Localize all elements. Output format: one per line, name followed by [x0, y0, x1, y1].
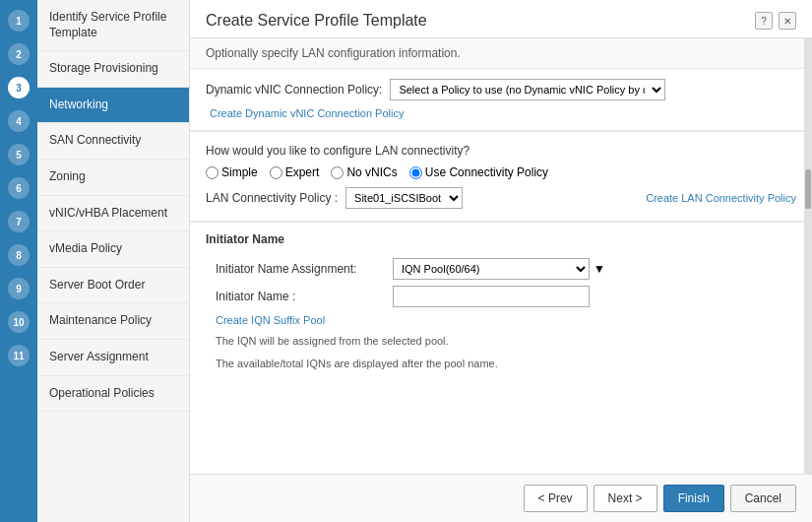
radio-connectivity[interactable]: Use Connectivity Policy — [409, 165, 548, 179]
sidebar-num-7[interactable]: 7 — [8, 211, 30, 232]
sidebar-num-9[interactable]: 9 — [8, 278, 30, 299]
init-name-label: Initiator Name : — [216, 290, 393, 303]
sidebar-num-6[interactable]: 6 — [8, 177, 30, 199]
radio-simple[interactable]: Simple — [206, 165, 258, 179]
left-nav: Identify Service Profile TemplateStorage… — [37, 0, 190, 522]
next-button[interactable]: Next > — [593, 485, 657, 512]
sidebar-num-5[interactable]: 5 — [8, 144, 30, 165]
nav-item-5[interactable]: vNIC/vHBA Placement — [37, 196, 189, 232]
lan-policy-row: LAN Connectivity Policy : Site01_iSCSIBo… — [206, 187, 796, 209]
lan-question: How would you like to configure LAN conn… — [206, 144, 796, 158]
radio-simple-input[interactable] — [206, 166, 219, 179]
sidebar-num-8[interactable]: 8 — [8, 244, 30, 266]
nav-item-4[interactable]: Zoning — [37, 160, 189, 196]
dialog-header: Create Service Profile Template ? ✕ — [190, 0, 812, 38]
sidebar: 1234567891011 — [0, 0, 37, 522]
lan-section: How would you like to configure LAN conn… — [190, 132, 812, 222]
lan-policy-left: LAN Connectivity Policy : Site01_iSCSIBo… — [206, 187, 463, 209]
sidebar-num-10[interactable]: 10 — [8, 311, 30, 333]
radio-connectivity-input[interactable] — [409, 166, 422, 179]
assignment-row: Initiator Name Assignment: IQN Pool(60/6… — [216, 258, 796, 280]
nav-item-1[interactable]: Storage Provisioning — [37, 51, 189, 88]
footer: < Prev Next > Finish Cancel — [190, 474, 812, 522]
vnic-policy-label: Dynamic vNIC Connection Policy: — [206, 83, 382, 97]
dropdown-arrow-icon: ▼ — [593, 262, 605, 276]
nav-item-9[interactable]: Server Assignment — [37, 340, 189, 376]
scroll-indicator — [804, 38, 812, 474]
radio-novnics-input[interactable] — [331, 166, 344, 179]
content-area: Optionally specify LAN configuration inf… — [190, 38, 812, 474]
initiator-title: Initiator Name — [206, 232, 796, 250]
nav-item-10[interactable]: Operational Policies — [37, 376, 189, 413]
lan-radio-group: Simple Expert No vNICs Use Connectivity … — [206, 165, 796, 179]
main-content: Create Service Profile Template ? ✕ Opti… — [190, 0, 812, 522]
init-name-input[interactable] — [393, 286, 590, 307]
info-bar: Optionally specify LAN configuration inf… — [190, 38, 812, 69]
sidebar-num-3[interactable]: 3 — [8, 77, 30, 98]
scroll-thumb — [805, 169, 811, 209]
nav-item-3[interactable]: SAN Connectivity — [37, 123, 189, 160]
help-text-1: The IQN will be assigned from the select… — [216, 333, 796, 350]
initiator-section: Initiator Name Initiator Name Assignment… — [190, 223, 812, 381]
help-text-2: The available/total IQNs are displayed a… — [216, 356, 796, 372]
create-iqn-link[interactable]: Create IQN Suffix Pool — [216, 314, 325, 326]
radio-expert-label: Expert — [285, 165, 320, 179]
assignment-label: Initiator Name Assignment: — [216, 262, 393, 276]
prev-button[interactable]: < Prev — [524, 485, 588, 512]
nav-item-2[interactable]: Networking — [37, 88, 189, 124]
assignment-select-wrap: IQN Pool(60/64) ▼ — [393, 258, 605, 280]
cancel-button[interactable]: Cancel — [730, 485, 796, 512]
lan-policy-label: LAN Connectivity Policy : — [206, 191, 338, 205]
vnic-form-row: Dynamic vNIC Connection Policy: Select a… — [206, 79, 796, 100]
dialog-title: Create Service Profile Template — [206, 12, 427, 30]
nav-item-0[interactable]: Identify Service Profile Template — [37, 0, 189, 51]
sidebar-num-2[interactable]: 2 — [8, 43, 30, 65]
nav-item-8[interactable]: Maintenance Policy — [37, 303, 189, 340]
lan-policy-select[interactable]: Site01_iSCSIBoot — [345, 187, 463, 209]
radio-novnics[interactable]: No vNICs — [331, 165, 397, 179]
create-lan-policy-link[interactable]: Create LAN Connectivity Policy — [646, 192, 796, 204]
nav-item-6[interactable]: vMedia Policy — [37, 231, 189, 268]
create-vnic-policy-link[interactable]: Create Dynamic vNIC Connection Policy — [210, 107, 404, 119]
help-icon[interactable]: ? — [755, 12, 773, 30]
finish-button[interactable]: Finish — [663, 485, 724, 512]
nav-item-7[interactable]: Server Boot Order — [37, 268, 189, 304]
sidebar-num-4[interactable]: 4 — [8, 110, 30, 132]
close-icon[interactable]: ✕ — [779, 12, 796, 30]
vnic-policy-select[interactable]: Select a Policy to use (no Dynamic vNIC … — [390, 79, 665, 100]
sidebar-num-11[interactable]: 11 — [8, 345, 30, 366]
header-icons: ? ✕ — [755, 12, 796, 30]
radio-connectivity-label: Use Connectivity Policy — [425, 165, 548, 179]
initiator-form: Initiator Name Assignment: IQN Pool(60/6… — [206, 258, 796, 371]
radio-simple-label: Simple — [221, 165, 258, 179]
vnic-section: Dynamic vNIC Connection Policy: Select a… — [190, 69, 812, 131]
radio-novnics-label: No vNICs — [346, 165, 397, 179]
radio-expert-input[interactable] — [270, 166, 282, 179]
radio-expert[interactable]: Expert — [270, 165, 320, 179]
sidebar-num-1[interactable]: 1 — [8, 10, 30, 32]
assignment-select[interactable]: IQN Pool(60/64) — [393, 258, 590, 280]
init-name-row: Initiator Name : — [216, 286, 796, 307]
info-text: Optionally specify LAN configuration inf… — [206, 46, 461, 60]
